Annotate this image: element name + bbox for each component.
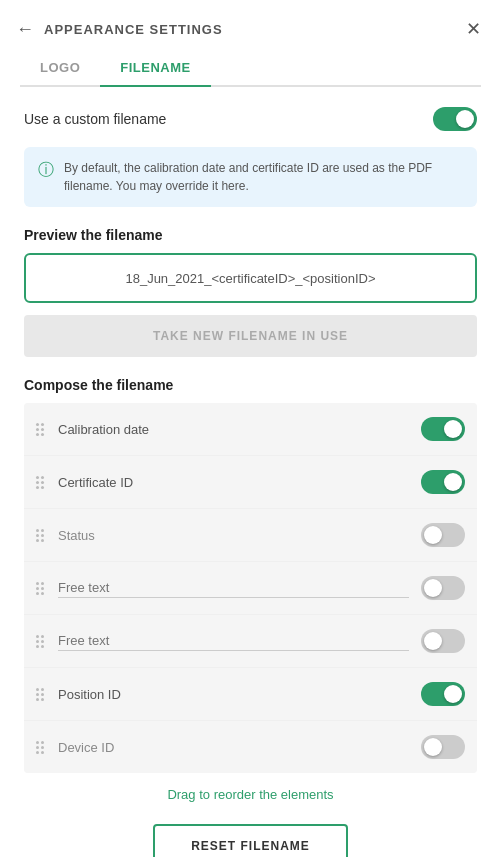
item-label-calibration-date: Calibration date <box>58 422 421 437</box>
drag-handle[interactable] <box>36 741 44 754</box>
drag-handle[interactable] <box>36 423 44 436</box>
toggle-device-id[interactable] <box>421 735 465 759</box>
info-text: By default, the calibration date and cer… <box>64 159 463 195</box>
drag-hint: Drag to reorder the elements <box>24 773 477 816</box>
reset-filename-button[interactable]: RESET FILENAME <box>153 824 348 857</box>
toggle-status[interactable] <box>421 523 465 547</box>
custom-filename-row: Use a custom filename <box>24 107 477 131</box>
item-label-status: Status <box>58 528 421 543</box>
toggle-certificate-id[interactable] <box>421 470 465 494</box>
toggle-free-text-1[interactable] <box>421 576 465 600</box>
info-icon: ⓘ <box>38 160 54 181</box>
toggle-calibration-date[interactable] <box>421 417 465 441</box>
preview-box: 18_Jun_2021_<certificateID>_<positionID> <box>24 253 477 303</box>
drag-handle[interactable] <box>36 635 44 648</box>
toggle-position-id[interactable] <box>421 682 465 706</box>
toggle-free-text-2[interactable] <box>421 629 465 653</box>
tab-logo[interactable]: LOGO <box>20 50 100 85</box>
compose-section-label: Compose the filename <box>24 377 477 393</box>
drag-handle[interactable] <box>36 688 44 701</box>
tabs: LOGO FILENAME <box>20 50 481 87</box>
header: ← APPEARANCE SETTINGS ✕ <box>0 0 501 50</box>
custom-filename-toggle[interactable] <box>433 107 477 131</box>
content: Use a custom filename ⓘ By default, the … <box>0 87 501 857</box>
custom-filename-slider <box>433 107 477 131</box>
drag-handle[interactable] <box>36 476 44 489</box>
list-item: Calibration date <box>24 403 477 456</box>
page-title: APPEARANCE SETTINGS <box>44 22 223 37</box>
list-item: Status <box>24 509 477 562</box>
tab-filename[interactable]: FILENAME <box>100 50 210 85</box>
close-icon[interactable]: ✕ <box>466 18 481 40</box>
list-item <box>24 562 477 615</box>
list-item: Device ID <box>24 721 477 773</box>
item-label-certificate-id: Certificate ID <box>58 475 421 490</box>
item-label-position-id: Position ID <box>58 687 421 702</box>
free-text-input-1[interactable] <box>58 578 409 598</box>
list-item: Certificate ID <box>24 456 477 509</box>
free-text-input-2[interactable] <box>58 631 409 651</box>
preview-text: 18_Jun_2021_<certificateID>_<positionID> <box>125 271 375 286</box>
drag-handle[interactable] <box>36 582 44 595</box>
info-box: ⓘ By default, the calibration date and c… <box>24 147 477 207</box>
list-item <box>24 615 477 668</box>
compose-list: Calibration date Certificate ID <box>24 403 477 773</box>
list-item: Position ID <box>24 668 477 721</box>
back-icon[interactable]: ← <box>16 19 34 40</box>
take-in-use-button[interactable]: TAKE NEW FILENAME IN USE <box>24 315 477 357</box>
preview-section-label: Preview the filename <box>24 227 477 243</box>
item-label-device-id: Device ID <box>58 740 421 755</box>
custom-filename-label: Use a custom filename <box>24 111 166 127</box>
drag-handle[interactable] <box>36 529 44 542</box>
